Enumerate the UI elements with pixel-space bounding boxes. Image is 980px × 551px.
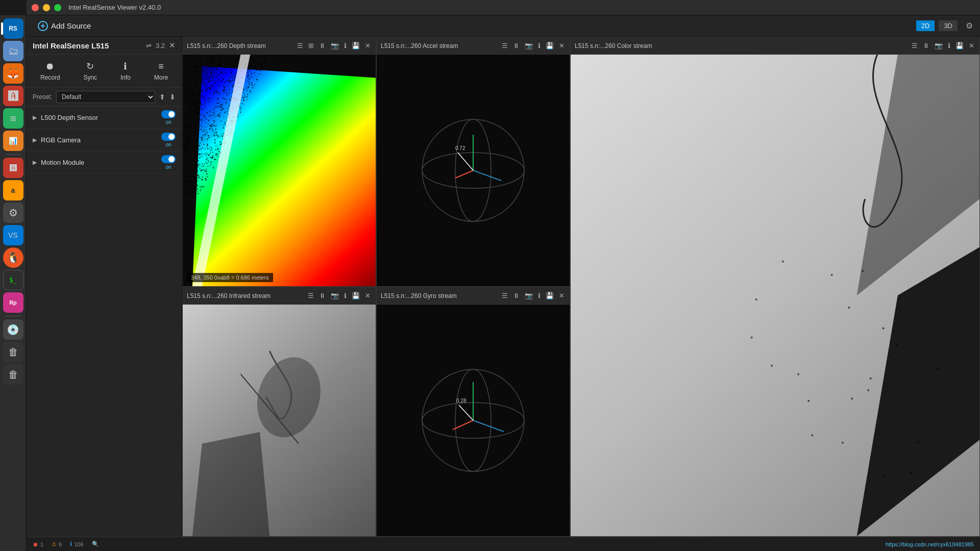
dock-spreadsheet[interactable]: ⊞ (3, 108, 23, 129)
infrared-stream-panel: L515 s.n:...260 Infrared stream ☰ ⏸ 📷 ℹ … (182, 287, 376, 537)
color-list-icon[interactable]: ☰ (911, 41, 919, 51)
application-dock: RS 🗂 🦊 🅰 ⊞ 📊 🅰 a ⚙ VS 🐧 $_ Rp 💿 🗑 🗑 (0, 15, 27, 551)
depth-pause-icon[interactable]: ⏸ (318, 41, 327, 51)
depth-camera-icon[interactable]: 📷 (330, 41, 340, 51)
accel-camera-icon[interactable]: 📷 (524, 41, 534, 51)
sensor-l500-depth[interactable]: ▶ L500 Depth Sensor on (27, 107, 182, 129)
svg-line-14 (459, 405, 473, 420)
gyro-info-icon[interactable]: ℹ (537, 291, 542, 300)
dock-settings[interactable]: ⚙ (3, 203, 23, 223)
add-source-button[interactable]: + Add Source (34, 19, 95, 33)
depth-info-icon[interactable]: ℹ (343, 41, 348, 51)
gyro-camera-icon[interactable]: 📷 (524, 291, 534, 300)
maximize-button[interactable] (54, 4, 61, 11)
preset-download-button[interactable]: ⬇ (169, 93, 176, 101)
sensor-name: RGB Camera (41, 136, 161, 144)
title-bar: Intel RealSense Viewer v2.40.0 (27, 0, 980, 15)
warning-icon: ⚠ (52, 541, 57, 547)
accel-axes-svg: 0.72 (407, 104, 540, 237)
dock-trash[interactable]: 🗑 (3, 364, 23, 385)
dock-presentation[interactable]: 📊 (3, 131, 23, 151)
infrared-save-icon[interactable]: 💾 (351, 291, 361, 300)
accel-info-icon[interactable]: ℹ (537, 41, 542, 51)
preset-select[interactable]: Default (56, 91, 155, 103)
color-close-icon[interactable]: ✕ (968, 41, 975, 51)
dock-amazon[interactable]: a (3, 180, 23, 201)
toggle-wrap[interactable]: on (161, 133, 176, 147)
view-3d-button[interactable]: 3D (939, 20, 958, 31)
close-button[interactable] (32, 4, 39, 11)
svg-line-11 (453, 420, 473, 430)
dock-rider[interactable]: Rp (3, 292, 23, 313)
dock-firefox[interactable]: 🦊 (3, 63, 23, 84)
gyro-close-icon[interactable]: ✕ (558, 291, 566, 300)
info-label: Info (120, 74, 131, 81)
info-number: 106 (74, 541, 83, 547)
more-button[interactable]: ≡ More (149, 59, 173, 83)
settings-icon[interactable]: ⚙ (966, 21, 973, 31)
color-info-icon[interactable]: ℹ (947, 41, 951, 51)
sensor-motion-module[interactable]: ▶ Motion Module on (27, 152, 182, 174)
color-camera-icon[interactable]: 📷 (934, 41, 944, 51)
infrared-close-icon[interactable]: ✕ (364, 291, 372, 300)
gyro-pause-icon[interactable]: ⏸ (512, 291, 521, 300)
sync-button[interactable]: ↻ Sync (78, 59, 102, 83)
usb-icon: ⇌ (146, 42, 152, 49)
info-icon: ℹ (70, 541, 72, 547)
infrared-list-icon[interactable]: ☰ (307, 291, 315, 300)
status-bar: ⏺ 1 ⚠ 6 ℹ 106 🔍 https://blog.csdn.net/cy… (27, 537, 980, 551)
info-button[interactable]: ℹ Info (115, 59, 136, 83)
gyro-list-icon[interactable]: ☰ (501, 291, 509, 300)
depth-list-icon[interactable]: ☰ (296, 41, 304, 51)
gyro-save-icon[interactable]: 💾 (545, 291, 555, 300)
close-device-button[interactable]: ✕ (169, 41, 176, 50)
depth-stream-content: 348, 350 0xab8 = 0.686 meters (183, 55, 376, 286)
warning-number: 6 (59, 541, 62, 547)
error-number: 1 (40, 541, 43, 547)
toggle-on[interactable] (161, 110, 176, 118)
preset-upload-button[interactable]: ⬆ (159, 93, 165, 101)
dock-ubuntu-app[interactable]: 🐧 (3, 247, 23, 268)
search-icon: 🔍 (92, 541, 99, 547)
depth-save-icon[interactable]: 💾 (351, 41, 361, 51)
accel-save-icon[interactable]: 💾 (545, 41, 555, 51)
minimize-button[interactable] (43, 4, 50, 11)
color-pause-icon[interactable]: ⏸ (922, 41, 930, 51)
dock-app3[interactable]: 💿 (3, 319, 23, 340)
accel-list-icon[interactable]: ☰ (501, 41, 509, 51)
dock-realsense[interactable]: RS (3, 18, 23, 39)
accel-close-icon[interactable]: ✕ (558, 41, 566, 51)
infrared-camera-icon[interactable]: 📷 (330, 291, 340, 300)
dock-app4[interactable]: 🗑 (3, 342, 23, 362)
accel-stream-header: L515 s.n:...260 Accel stream ☰ ⏸ 📷 ℹ 💾 ✕ (377, 37, 570, 55)
error-icon: ⏺ (33, 541, 38, 547)
depth-layout-icon[interactable]: ⊞ (307, 41, 315, 51)
infrared-info-icon[interactable]: ℹ (343, 291, 348, 300)
color-stream-panel: L515 s.n:...260 Color stream ☰ ⏸ 📷 ℹ 💾 ✕ (570, 37, 980, 537)
device-name: Intel RealSense L515 (33, 41, 142, 50)
accel-stream-content: 0.72 (377, 55, 570, 286)
content-area: Intel RealSense L515 ⇌ 3.2 ✕ ⏺ Record ↻ … (27, 37, 980, 537)
dock-apps2[interactable]: 🅰 (3, 158, 23, 178)
toggle-on[interactable] (161, 155, 176, 163)
sensor-rgb-camera[interactable]: ▶ RGB Camera on (27, 129, 182, 152)
status-link: https://blog.csdn.net/cyx610481985 (886, 541, 974, 547)
record-button[interactable]: ⏺ Record (35, 59, 65, 83)
depth-close-icon[interactable]: ✕ (364, 41, 372, 51)
dock-apps1[interactable]: 🅰 (3, 86, 23, 106)
sidebar-header: Intel RealSense L515 ⇌ 3.2 ✕ (27, 37, 182, 55)
dock-terminal[interactable]: $_ (3, 270, 23, 290)
infrared-canvas (183, 305, 376, 536)
depth-canvas (183, 55, 376, 286)
color-save-icon[interactable]: 💾 (954, 41, 965, 51)
toggle-wrap[interactable]: on (161, 155, 176, 170)
toggle-on[interactable] (161, 133, 176, 141)
view-2d-button[interactable]: 2D (916, 20, 935, 31)
accel-pause-icon[interactable]: ⏸ (512, 41, 521, 51)
infrared-pause-icon[interactable]: ⏸ (318, 291, 327, 300)
dock-files[interactable]: 🗂 (3, 41, 23, 61)
gyro-stream-panel: L515 s.n:...260 Gyro stream ☰ ⏸ 📷 ℹ 💾 ✕ (376, 287, 570, 537)
dock-vscode[interactable]: VS (3, 225, 23, 245)
toggle-wrap[interactable]: on (161, 110, 176, 125)
accel-stream-panel: L515 s.n:...260 Accel stream ☰ ⏸ 📷 ℹ 💾 ✕ (376, 37, 570, 287)
